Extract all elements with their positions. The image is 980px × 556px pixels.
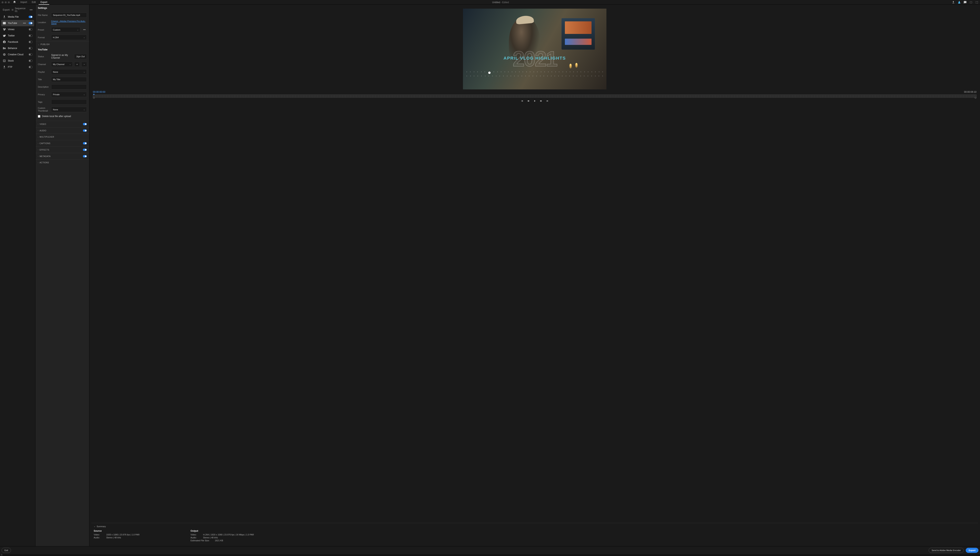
- overlay-dots: [463, 71, 606, 74]
- section-metadata-header[interactable]: › METADATA: [36, 153, 89, 159]
- channel-remove-button[interactable]: −: [81, 62, 87, 67]
- section-multiplexer-header[interactable]: › MULTIPLEXER: [36, 134, 89, 140]
- dest-youtube[interactable]: YouTube •••: [1, 20, 34, 26]
- dest-behance[interactable]: Behance: [1, 45, 34, 52]
- preset-more-icon[interactable]: •••: [82, 27, 87, 32]
- out-marker[interactable]: [975, 97, 976, 99]
- dest-toggle[interactable]: [29, 53, 32, 56]
- traffic-min[interactable]: [5, 2, 6, 3]
- main-area: Export: Sequence 01 ••• Media File YouTu…: [0, 5, 980, 546]
- timecode-in[interactable]: 00:00:00:00: [93, 91, 105, 93]
- dest-toggle[interactable]: [29, 41, 32, 43]
- play-button[interactable]: [533, 100, 536, 103]
- format-label: Format: [38, 36, 50, 39]
- dest-toggle[interactable]: [29, 34, 32, 37]
- go-to-in-button[interactable]: [521, 100, 523, 103]
- traffic-max[interactable]: [8, 2, 10, 3]
- chevron-down-icon: ⌄: [83, 93, 85, 96]
- source-video-value: 1920 x 1080 | 23.976 fps | 1.0 PAR: [106, 533, 140, 536]
- dest-facebook[interactable]: Facebook: [1, 39, 34, 45]
- channel-select[interactable]: My Channel ⌄: [51, 61, 73, 67]
- summary-header[interactable]: ⌄ Summary: [94, 525, 976, 528]
- timecode-row: 00:00:00:00 00:00:06:10: [91, 89, 978, 94]
- channel-label: Channel: [38, 63, 50, 65]
- in-marker[interactable]: [93, 97, 95, 99]
- tags-input[interactable]: [51, 99, 87, 105]
- privacy-select[interactable]: Private ⌄: [51, 92, 87, 97]
- title-label: Title: [38, 78, 50, 81]
- source-name[interactable]: Sequence 01: [15, 7, 28, 13]
- format-select[interactable]: H.264 ⌄: [51, 35, 87, 40]
- playhead-icon[interactable]: [93, 94, 95, 95]
- window-controls: [2, 2, 10, 3]
- dest-toggle[interactable]: [29, 47, 32, 49]
- section-toggle[interactable]: [83, 149, 87, 151]
- dest-toggle[interactable]: [29, 22, 32, 24]
- tab-export[interactable]: Export: [39, 0, 49, 5]
- scrubber[interactable]: [93, 94, 977, 98]
- section-video: › VIDEO: [36, 121, 89, 127]
- location-link[interactable]: /Users/.../Adobe Premiere Pro Auto-Save/: [51, 20, 87, 25]
- dest-label: Creative Cloud: [8, 53, 27, 56]
- section-toggle[interactable]: [83, 129, 87, 132]
- source-more-icon[interactable]: •••: [30, 8, 32, 11]
- dest-ftp[interactable]: FTP: [1, 64, 34, 70]
- output-filesize-label: Estimated File Size:: [191, 539, 212, 542]
- timecode-out[interactable]: 00:00:06:10: [964, 91, 977, 93]
- section-effects: › EFFECTS: [36, 147, 89, 153]
- tab-edit[interactable]: Edit: [30, 0, 38, 5]
- section-publish-header[interactable]: ⌄ PUBLISH: [36, 41, 89, 47]
- step-back-button[interactable]: [527, 100, 530, 103]
- signout-button[interactable]: Sign Out: [74, 54, 87, 59]
- title-input[interactable]: [51, 77, 87, 82]
- dest-vimeo[interactable]: Vimeo: [1, 26, 34, 32]
- fullscreen-icon[interactable]: [975, 1, 978, 4]
- video-preview[interactable]: 2021 APRIL VLOG HIGHLIGHTS: [463, 9, 606, 89]
- thumbnail-select[interactable]: None ⌄: [51, 107, 87, 112]
- beaker-icon[interactable]: [957, 1, 961, 4]
- chat-icon[interactable]: [964, 1, 967, 4]
- preset-select[interactable]: Custom ⌄: [51, 27, 80, 32]
- dest-media-file[interactable]: Media File: [1, 14, 34, 20]
- filename-row: File Name: [36, 11, 89, 19]
- document-title: Untitled - Edited: [49, 1, 952, 4]
- settings-panel: Settings File Name Location /Users/.../A…: [35, 5, 89, 546]
- dest-twitter[interactable]: Twitter: [1, 32, 34, 39]
- dest-more-icon[interactable]: •••: [23, 21, 26, 25]
- dest-toggle[interactable]: [29, 60, 32, 62]
- window-icon[interactable]: [969, 1, 972, 4]
- dest-toggle[interactable]: [29, 16, 32, 18]
- section-toggle[interactable]: [83, 123, 87, 125]
- share-icon[interactable]: [952, 1, 955, 4]
- dest-toggle[interactable]: [29, 66, 32, 68]
- section-captions-header[interactable]: › CAPTIONS: [36, 140, 89, 147]
- output-filesize-value: 1621 KB: [215, 539, 223, 542]
- section-audio-header[interactable]: › AUDIO: [36, 128, 89, 134]
- playlist-select[interactable]: None ⌄: [51, 69, 87, 74]
- export-button[interactable]: Export: [966, 548, 978, 553]
- dest-creative-cloud[interactable]: Creative Cloud: [1, 52, 34, 58]
- filename-input[interactable]: [51, 13, 87, 18]
- playlist-value: None: [53, 71, 58, 73]
- summary-columns: Source Video: 1920 x 1080 | 23.976 fps |…: [94, 530, 976, 542]
- exit-button[interactable]: Exit: [2, 548, 11, 553]
- section-actions-header[interactable]: › ACTIONS: [36, 160, 89, 166]
- section-video-header[interactable]: › VIDEO: [36, 121, 89, 127]
- send-to-ame-button[interactable]: Send to Adobe Media Encoder: [928, 548, 964, 553]
- home-icon[interactable]: [13, 0, 16, 4]
- section-toggle[interactable]: [83, 142, 87, 144]
- dest-toggle[interactable]: [29, 28, 32, 31]
- traffic-close[interactable]: [2, 2, 3, 3]
- section-toggle[interactable]: [83, 155, 87, 157]
- delete-local-checkbox[interactable]: [38, 115, 40, 118]
- go-to-out-button[interactable]: [546, 100, 549, 103]
- progress-spinner-icon: [1, 554, 2, 556]
- tab-import[interactable]: Import: [18, 0, 29, 5]
- chevron-right-icon: ›: [38, 136, 39, 138]
- section-effects-header[interactable]: › EFFECTS: [36, 147, 89, 153]
- step-forward-button[interactable]: [539, 100, 542, 103]
- description-input[interactable]: [51, 84, 87, 89]
- channel-add-button[interactable]: +: [74, 62, 80, 67]
- source-audio-value: Stereo | 48 kHz: [106, 537, 121, 539]
- dest-stock[interactable]: St Stock: [1, 58, 34, 64]
